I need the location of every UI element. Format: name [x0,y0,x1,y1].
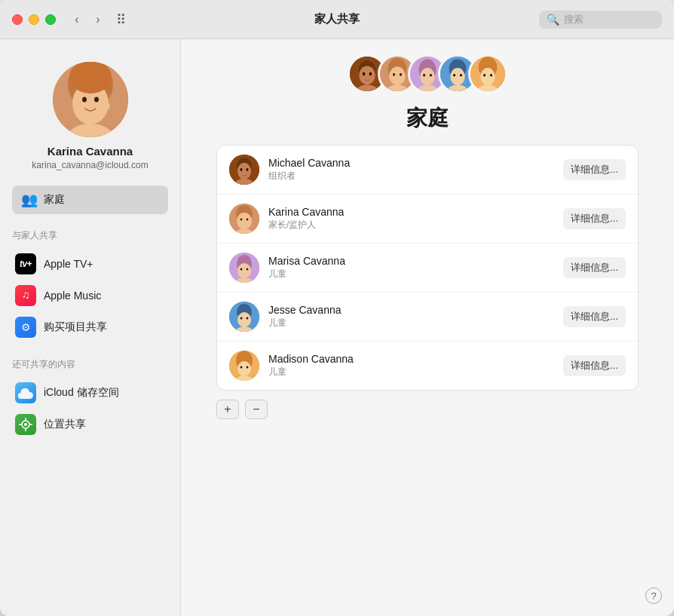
remove-member-button[interactable]: − [245,400,268,419]
member-role: 儿童 [268,317,554,329]
member-role: 儿童 [268,366,554,378]
svg-point-40 [460,74,462,77]
member-name: Marisa Cavanna [268,255,554,267]
avatar-jesse [229,302,259,332]
details-button-karina[interactable]: 详细信息... [563,208,626,229]
table-row: Jesse Cavanna 儿童 详细信息... [217,293,638,342]
svg-point-20 [359,66,375,84]
avatar-michael [229,155,259,185]
grid-icon[interactable]: ⠿ [116,11,126,28]
purchases-icon: ⚙ [15,317,36,338]
apple-music-label: Apple Music [44,290,101,302]
svg-point-27 [393,73,395,76]
svg-point-64 [247,268,249,270]
member-info-michael: Michael Cavanna 组织者 [268,157,554,182]
user-name: Karina Cavanna [47,145,133,158]
shared-section-label: 与家人共享 [12,229,168,242]
svg-point-56 [237,213,252,229]
location-label: 位置共享 [44,418,86,431]
svg-point-45 [483,74,486,77]
member-info-karina: Karina Cavanna 家长/监护人 [268,206,554,231]
svg-point-63 [240,268,243,270]
svg-point-46 [490,74,492,77]
icloud-icon [15,382,36,403]
sidebar-item-family[interactable]: 👥 家庭 [12,185,168,214]
help-button[interactable]: ? [645,587,662,604]
svg-point-33 [423,74,425,77]
forward-button[interactable]: › [89,11,107,29]
member-name: Madison Cavanna [268,353,554,365]
table-row: Madison Cavanna 儿童 详细信息... [217,342,638,390]
member-name: Karina Cavanna [268,206,554,218]
search-icon: 🔍 [547,14,559,26]
svg-point-39 [453,74,455,77]
svg-point-34 [430,74,432,77]
sidebar-item-purchases[interactable]: ⚙ 购买项目共享 [12,311,168,343]
purchases-label: 购买项目共享 [44,320,107,334]
titlebar: ‹ › ⠿ 家人共享 🔍 [0,0,674,39]
avatar-madison [229,351,259,381]
member-info-jesse: Jesse Cavanna 儿童 [268,304,554,329]
shareable-section-label: 还可共享的内容 [12,358,168,371]
svg-point-22 [369,72,372,75]
svg-text:♫: ♫ [22,289,30,301]
close-button[interactable] [12,14,23,25]
location-icon [15,414,36,435]
svg-text:⚙: ⚙ [21,321,31,333]
family-avatars [348,54,507,93]
details-button-marisa[interactable]: 详细信息... [563,257,626,278]
sidebar: Karina Cavanna karina_cavanna@icloud.com… [0,39,181,616]
sidebar-item-icloud[interactable]: iCloud 储存空间 [12,377,168,409]
family-list: Michael Cavanna 组织者 详细信息... [216,145,639,391]
svg-point-76 [247,366,249,368]
main-content: Karina Cavanna karina_cavanna@icloud.com… [0,39,674,616]
svg-point-21 [363,72,366,75]
table-row: Karina Cavanna 家长/监护人 详细信息... [217,195,638,244]
svg-point-44 [480,68,495,85]
svg-point-68 [237,312,251,327]
svg-point-62 [237,263,251,278]
apple-music-icon: ♫ [15,285,36,306]
window-title: 家人共享 [314,12,360,26]
sidebar-item-apple-tv[interactable]: tv+ Apple TV+ [12,248,168,280]
add-member-button[interactable]: + [216,400,239,419]
icloud-label: iCloud 储存空间 [44,386,119,400]
svg-point-70 [247,317,249,319]
window: ‹ › ⠿ 家人共享 🔍 [0,0,674,616]
nav-buttons: ‹ › [68,11,107,29]
svg-point-32 [420,68,434,85]
details-button-madison[interactable]: 详细信息... [563,355,626,376]
svg-point-5 [82,97,87,103]
bottom-controls: + − [216,400,639,419]
svg-point-13 [24,423,27,426]
sidebar-item-location[interactable]: 位置共享 [12,409,168,440]
svg-point-26 [389,66,405,85]
member-name: Michael Cavanna [268,157,554,169]
svg-point-28 [400,73,402,76]
svg-point-50 [237,163,251,179]
table-row: Marisa Cavanna 儿童 详细信息... [217,244,638,293]
maximize-button[interactable] [45,14,56,25]
right-panel: 家庭 [181,39,674,616]
svg-point-57 [240,218,243,220]
member-name: Jesse Cavanna [268,304,554,316]
search-input[interactable] [564,14,654,25]
svg-point-6 [94,97,99,103]
svg-point-4 [69,62,112,93]
svg-point-51 [240,168,243,171]
search-bar[interactable]: 🔍 [539,11,662,29]
traffic-lights [12,14,56,25]
back-button[interactable]: ‹ [68,11,86,29]
minimize-button[interactable] [29,14,39,25]
user-avatar [53,62,128,137]
sidebar-item-apple-music[interactable]: ♫ Apple Music [12,280,168,311]
svg-point-52 [247,168,249,171]
apple-tv-label: Apple TV+ [44,258,93,270]
family-title: 家庭 [406,104,449,133]
details-button-jesse[interactable]: 详细信息... [563,306,626,327]
user-email: karina_cavanna@icloud.com [32,160,148,170]
member-role: 儿童 [268,268,554,280]
member-role: 组织者 [268,170,554,182]
svg-point-74 [237,361,251,376]
details-button-michael[interactable]: 详细信息... [563,159,626,180]
